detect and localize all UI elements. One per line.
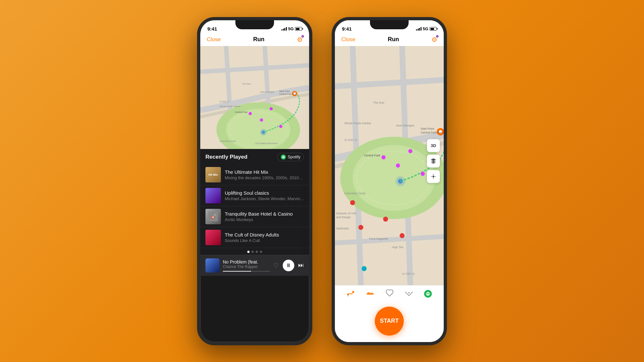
track-art-3: 🎸 xyxy=(205,209,221,224)
svg-point-58 xyxy=(347,295,349,297)
svg-point-39 xyxy=(400,233,404,238)
svg-point-35 xyxy=(421,172,425,176)
shoe-icon xyxy=(366,289,374,299)
track-item-2[interactable]: Uplifting Soul clasics Michael Jackson, … xyxy=(200,185,309,206)
nav-bar-1: Close Run ⚙ xyxy=(200,34,309,46)
track-art-1: Hit Mix xyxy=(205,167,221,182)
svg-text:Central Park Run...: Central Park Run... xyxy=(421,131,444,134)
phone-2: 9:41 5G Close Run ⚙ xyxy=(332,17,447,345)
settings-button-1[interactable]: ⚙ xyxy=(297,36,303,43)
close-button-2[interactable]: Close xyxy=(341,36,355,43)
svg-point-36 xyxy=(350,200,355,205)
signal-icon-1 xyxy=(281,27,287,31)
battery-icon-1 xyxy=(295,27,302,31)
tab-shoe[interactable] xyxy=(366,289,374,299)
spotify-badge[interactable]: Spotify xyxy=(277,153,304,161)
svg-point-55 xyxy=(432,175,434,177)
track-name-2: Uplifting Soul clasics xyxy=(225,190,304,196)
now-playing-art xyxy=(205,258,220,273)
tab-signal[interactable] xyxy=(405,289,413,299)
track-name-4: The Cult of Disney Adults xyxy=(225,232,304,237)
now-playing-artist: Chance The Rapper. xyxy=(223,265,270,269)
svg-text:Paris Baguette: Paris Baguette xyxy=(369,237,388,240)
svg-text:W 58th St: W 58th St xyxy=(402,272,415,275)
battery-icon-2 xyxy=(430,27,437,31)
svg-point-37 xyxy=(358,225,363,229)
svg-point-33 xyxy=(382,155,386,159)
progress-bar[interactable] xyxy=(223,271,270,272)
svg-point-12 xyxy=(279,125,282,128)
3d-button[interactable]: 3D xyxy=(427,139,440,152)
status-time-2: 9:41 xyxy=(342,26,352,32)
svg-text:W 60th St: W 60th St xyxy=(220,100,230,103)
track-art-4 xyxy=(205,230,221,245)
svg-text:Central Park: Central Park xyxy=(235,111,248,113)
svg-text:Whole Foods Market: Whole Foods Market xyxy=(220,105,241,107)
svg-text:Columbus Circle: Columbus Circle xyxy=(220,140,236,142)
route-icon xyxy=(347,289,355,299)
now-playing-bar: No Problem (feat. Chance The Rapper. ♡ ⏸… xyxy=(200,255,309,276)
svg-point-38 xyxy=(383,217,388,221)
track-item-4[interactable]: The Cult of Disney Adults Sounds Like A … xyxy=(200,227,309,248)
track-name-1: The Ultimate Hit Mix xyxy=(225,169,304,175)
svg-point-9 xyxy=(270,107,273,110)
layers-button[interactable] xyxy=(427,154,440,167)
tab-heart[interactable] xyxy=(385,289,394,299)
favorite-button[interactable]: ♡ xyxy=(273,262,279,269)
svg-text:Start Point: Start Point xyxy=(421,127,434,130)
nav-bar-2: Close Run ⚙ xyxy=(335,34,444,46)
now-playing-controls: ♡ ⏸ ⏭ xyxy=(273,260,304,271)
svg-text:USS Maine Monument: USS Maine Monument xyxy=(255,142,278,144)
svg-point-11 xyxy=(260,118,263,122)
svg-text:Argo Tea: Argo Tea xyxy=(392,245,403,248)
signal-tab-icon xyxy=(405,289,413,299)
status-time-1: 9:41 xyxy=(207,26,217,32)
network-type-2: 5G xyxy=(423,26,428,31)
track-sub-1: Mixing the decades 1900s, 2000s, 2010s..… xyxy=(225,175,304,180)
dot-1 xyxy=(247,251,250,253)
signal-icon-2 xyxy=(416,27,421,31)
dot-4 xyxy=(260,251,262,253)
pause-button[interactable]: ⏸ xyxy=(283,260,294,271)
tab-route[interactable] xyxy=(347,289,355,299)
svg-text:Museum of Arts: Museum of Arts xyxy=(336,211,356,215)
location-button[interactable] xyxy=(427,170,440,183)
status-icons-2: 5G xyxy=(416,26,437,31)
track-info-2: Uplifting Soul clasics Michael Jackson, … xyxy=(225,190,304,201)
svg-text:W 60th St: W 60th St xyxy=(344,138,357,141)
svg-text:Starbucks: Starbucks xyxy=(336,227,349,230)
svg-point-57 xyxy=(352,291,354,293)
notch-2 xyxy=(370,20,409,29)
tab-bar xyxy=(335,285,444,302)
map-area-1[interactable]: Start Point Central Park Run... Central … xyxy=(200,46,309,149)
network-type-1: 5G xyxy=(288,26,294,31)
pause-icon: ⏸ xyxy=(286,263,291,268)
svg-text:Columbus Circle: Columbus Circle xyxy=(344,192,365,195)
start-button[interactable]: START xyxy=(375,307,404,336)
map-area-2[interactable]: Start Point Central Park Run... Central … xyxy=(335,46,444,285)
status-icons-1: 5G xyxy=(281,26,302,31)
skip-button[interactable]: ⏭ xyxy=(298,262,304,269)
track-info-4: The Cult of Disney Adults Sounds Like A … xyxy=(225,232,304,243)
spotify-icon xyxy=(281,154,286,160)
svg-text:Central Park Run...: Central Park Run... xyxy=(279,93,298,95)
svg-text:and Design: and Design xyxy=(336,216,351,219)
now-playing-track: No Problem (feat. xyxy=(223,259,270,265)
track-art-2 xyxy=(205,188,221,203)
svg-point-32 xyxy=(408,149,412,153)
heart-icon xyxy=(385,289,394,299)
svg-text:Jean-Georges: Jean-Georges xyxy=(396,124,414,127)
phone2-inner: 9:41 5G Close Run ⚙ xyxy=(335,20,444,342)
track-sub-4: Sounds Like A Cult xyxy=(225,238,304,243)
track-item-1[interactable]: Hit Mix The Ultimate Hit Mix Mixing the … xyxy=(200,164,309,185)
page-dots xyxy=(200,248,309,255)
tab-spotify[interactable] xyxy=(424,290,432,298)
dot-3 xyxy=(256,251,258,253)
svg-point-59 xyxy=(408,292,410,293)
close-button-1[interactable]: Close xyxy=(207,36,221,43)
track-sub-3: Arctic Monkeys xyxy=(225,217,304,222)
dot-2 xyxy=(251,251,254,253)
settings-button-2[interactable]: ⚙ xyxy=(431,36,437,43)
svg-text:Start Point: Start Point xyxy=(279,90,290,92)
track-item-3[interactable]: 🎸 Tranquility Base Hotel & Casino Arctic… xyxy=(200,206,309,227)
